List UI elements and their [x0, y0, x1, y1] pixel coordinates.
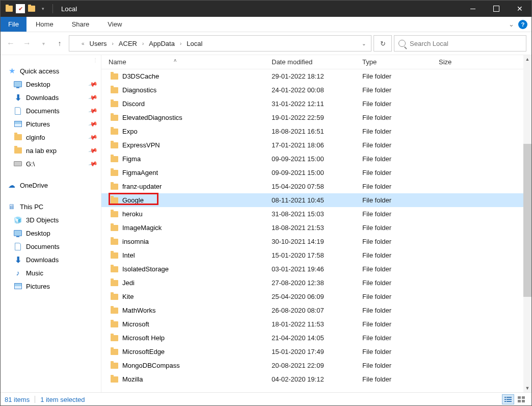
file-name: Microsoft Help — [122, 334, 165, 342]
sidebar-item[interactable]: ⬇Downloads📌 — [1, 91, 101, 104]
table-row[interactable]: Microsoft Help21-04-2020 14:05File folde… — [101, 331, 531, 345]
sidebar-item[interactable]: G:\📌 — [1, 157, 101, 170]
table-row[interactable]: ElevatedDiagnostics19-01-2022 22:59File … — [101, 111, 531, 124]
table-row[interactable]: Intel15-01-2020 17:58File folder — [101, 248, 531, 262]
file-date: 31-01-2022 12:11 — [272, 100, 362, 108]
file-list[interactable]: D3DSCache29-01-2022 18:12File folderDiag… — [101, 69, 531, 392]
column-date-modified[interactable]: Date modified — [272, 58, 362, 66]
crumb-local[interactable]: Local — [183, 39, 205, 48]
table-row[interactable]: MongoDBCompass20-08-2021 22:09File folde… — [101, 359, 531, 372]
tab-share[interactable]: Share — [63, 17, 99, 31]
scrollbar-thumb[interactable] — [523, 144, 531, 297]
chevron-right-icon[interactable]: › — [141, 41, 145, 46]
table-row[interactable]: Discord31-01-2022 12:11File folder — [101, 97, 531, 111]
scroll-up-icon[interactable]: ▲ — [523, 55, 531, 63]
back-button[interactable]: ← — [4, 36, 18, 50]
file-type: File folder — [362, 114, 439, 121]
details-view-button[interactable] — [502, 394, 514, 404]
table-row[interactable]: IsolatedStorage03-01-2021 19:46File fold… — [101, 262, 531, 276]
sidebar-quick-access[interactable]: ★ Quick access — [1, 64, 101, 78]
tab-home[interactable]: Home — [26, 17, 63, 31]
table-row[interactable]: Microsoft18-01-2022 11:53File folder — [101, 317, 531, 331]
navigation-pane[interactable]: ⋮ ★ Quick access Desktop📌⬇Downloads📌Docu… — [1, 55, 101, 392]
sidebar-item[interactable]: Documents — [1, 240, 101, 253]
file-type: File folder — [362, 183, 439, 190]
address-bar[interactable]: « Users › ACER › AppData › Local ⌄ — [69, 35, 371, 52]
crumb-acer[interactable]: ACER — [116, 39, 140, 48]
sidebar-item[interactable]: 🧊3D Objects — [1, 213, 101, 226]
table-row[interactable]: MicrosoftEdge15-01-2020 17:49File folder — [101, 345, 531, 359]
sidebar-item[interactable]: na lab exp📌 — [1, 144, 101, 157]
qat-folder-icon[interactable] — [27, 4, 36, 13]
sidebar-this-pc[interactable]: 🖥 This PC — [1, 200, 101, 213]
chevron-right-icon[interactable]: › — [179, 41, 182, 46]
folder-icon — [111, 376, 118, 383]
sidebar-item[interactable]: Pictures📌 — [1, 117, 101, 131]
table-row[interactable]: Diagnostics24-01-2022 00:08File folder — [101, 83, 531, 97]
refresh-button[interactable]: ↻ — [374, 35, 392, 52]
picture-icon — [14, 282, 22, 290]
table-row[interactable]: insomnia30-10-2021 14:19File folder — [101, 235, 531, 248]
file-tab[interactable]: File — [1, 17, 26, 32]
collapse-ribbon-icon[interactable]: ⌄ — [504, 20, 518, 28]
table-row[interactable]: Jedi27-08-2020 12:38File folder — [101, 276, 531, 290]
forward-button[interactable]: → — [20, 36, 34, 50]
column-type[interactable]: Type — [362, 58, 439, 66]
chevron-right-icon[interactable]: « — [81, 41, 86, 46]
file-date: 31-08-2021 15:03 — [272, 210, 362, 218]
table-row[interactable]: Expo18-08-2021 16:51File folder — [101, 124, 531, 138]
recent-dropdown-icon[interactable]: ▾ — [36, 36, 50, 50]
qat-dropdown-icon[interactable]: ▾ — [38, 4, 47, 13]
file-name: ElevatedDiagnostics — [122, 114, 182, 121]
folder-icon — [111, 156, 118, 162]
table-row[interactable]: ExpressVPN17-01-2021 18:06File folder — [101, 138, 531, 152]
column-name[interactable]: ʌ Name — [109, 58, 272, 66]
chevron-right-icon[interactable]: › — [111, 41, 115, 46]
quick-access-label: Quick access — [20, 67, 59, 75]
folder-icon — [14, 146, 22, 155]
file-pane[interactable]: ʌ Name Date modified Type Size D3DSCache… — [101, 55, 531, 392]
table-row[interactable]: franz-updater15-04-2020 07:58File folder — [101, 180, 531, 193]
sidebar-item[interactable]: Documents📌 — [1, 104, 101, 117]
folder-icon — [111, 266, 118, 272]
sidebar-item[interactable]: Desktop📌 — [1, 78, 101, 91]
file-date: 18-08-2021 16:51 — [272, 128, 362, 135]
table-row[interactable]: FigmaAgent09-09-2021 15:00File folder — [101, 166, 531, 180]
folder-icon — [111, 321, 118, 327]
sidebar-item[interactable]: ♪Music — [1, 266, 101, 280]
scroll-down-icon[interactable]: ▼ — [523, 384, 531, 392]
maximize-button[interactable] — [485, 1, 508, 17]
up-button[interactable]: ↑ — [52, 36, 67, 50]
table-row[interactable]: heroku31-08-2021 15:03File folder — [101, 207, 531, 221]
crumb-users[interactable]: Users — [87, 39, 110, 48]
table-row[interactable]: Kite25-04-2020 06:09File folder — [101, 290, 531, 303]
sidebar-item[interactable]: Desktop — [1, 226, 101, 240]
folder-icon — [111, 252, 118, 259]
sidebar-item-label: Pictures — [26, 120, 50, 128]
close-button[interactable]: ✕ — [508, 1, 531, 17]
sidebar-item[interactable]: clginfo📌 — [1, 131, 101, 144]
sidebar-grip-icon[interactable]: ⋮ — [93, 57, 98, 63]
column-size[interactable]: Size — [439, 58, 490, 66]
file-date: 15-01-2020 17:58 — [272, 251, 362, 259]
table-row[interactable]: Google08-11-2021 10:45File folder — [101, 193, 531, 207]
qat-checkbox-icon[interactable]: ✔ — [16, 4, 25, 13]
minimize-button[interactable] — [461, 1, 485, 17]
table-row[interactable]: ImageMagick18-08-2021 21:53File folder — [101, 221, 531, 235]
tab-view[interactable]: View — [98, 17, 131, 31]
sidebar-item-label: Downloads — [26, 256, 59, 264]
table-row[interactable]: Figma09-09-2021 15:00File folder — [101, 152, 531, 166]
sidebar-item[interactable]: Pictures — [1, 280, 101, 293]
sidebar-onedrive[interactable]: ☁ OneDrive — [1, 179, 101, 192]
folder-icon — [111, 197, 118, 204]
help-icon[interactable]: ? — [518, 20, 527, 29]
table-row[interactable]: MathWorks26-08-2020 08:07File folder — [101, 303, 531, 317]
thumbnails-view-button[interactable] — [515, 394, 527, 404]
search-box[interactable] — [394, 35, 526, 52]
search-input[interactable] — [410, 40, 522, 47]
table-row[interactable]: Mozilla04-02-2020 19:12File folder — [101, 372, 531, 386]
address-history-dropdown[interactable]: ⌄ — [359, 41, 369, 46]
crumb-appdata[interactable]: AppData — [146, 39, 178, 48]
table-row[interactable]: D3DSCache29-01-2022 18:12File folder — [101, 69, 531, 83]
sidebar-item[interactable]: ⬇Downloads — [1, 253, 101, 266]
